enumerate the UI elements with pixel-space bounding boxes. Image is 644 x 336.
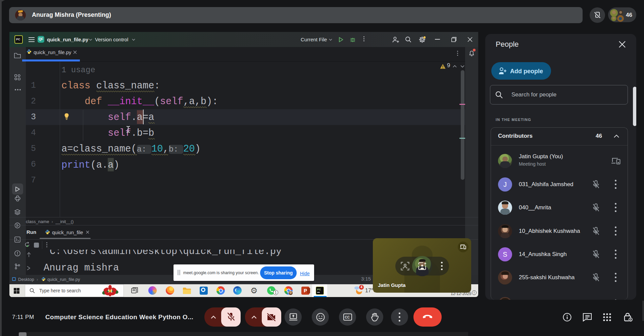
svg-text:CC: CC <box>345 316 350 319</box>
